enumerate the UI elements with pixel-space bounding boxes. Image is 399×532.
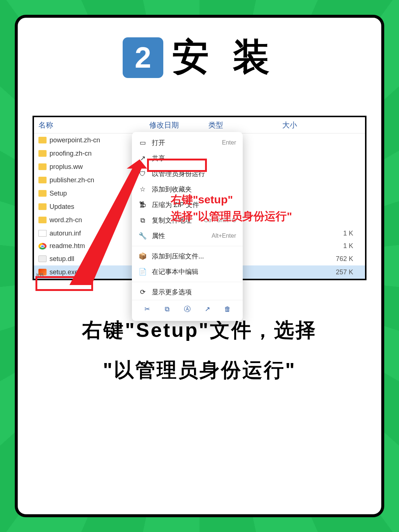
file-size: 257 K xyxy=(227,268,361,276)
context-menu-label: 添加到压缩文件... xyxy=(152,252,204,261)
context-menu-label: 属性 xyxy=(152,231,165,240)
context-menu-label: 显示更多选项 xyxy=(152,288,192,297)
folder-icon xyxy=(38,163,47,170)
rename-icon[interactable]: Ⓐ xyxy=(182,304,192,314)
footer-line2: "以管理员身份运行" xyxy=(29,350,370,390)
cut-icon[interactable]: ✂ xyxy=(142,304,152,314)
share2-icon[interactable]: ↗ xyxy=(202,304,212,314)
copypath-icon: ⧉ xyxy=(139,216,147,224)
context-menu-open[interactable]: ▭打开Enter xyxy=(132,135,243,150)
zip-icon: 🗜 xyxy=(139,201,147,209)
highlight-box-setup xyxy=(35,276,93,291)
annotation-line2: 选择"以管理员身份运行" xyxy=(171,208,292,224)
props-icon: 🔧 xyxy=(139,232,147,240)
file-size: 1 K xyxy=(227,242,361,250)
file-size: 762 K xyxy=(227,255,361,263)
annotation-text: 右键"setup" 选择"以管理员身份运行" xyxy=(171,191,292,224)
file-size: 1 K xyxy=(227,230,361,237)
context-menu-shortcut: Enter xyxy=(222,139,236,146)
more-icon: ⟳ xyxy=(139,288,147,296)
open-icon: ▭ xyxy=(139,139,147,147)
column-header-type[interactable]: 类型 xyxy=(208,120,282,130)
folder-icon xyxy=(38,177,47,183)
admin-icon: 🛡 xyxy=(139,170,147,178)
delete-icon[interactable]: 🗑 xyxy=(222,304,233,314)
context-menu-bottom-bar: ✂⧉Ⓐ↗🗑 xyxy=(132,300,243,318)
column-header-date[interactable]: 修改日期 xyxy=(149,120,208,130)
context-menu-separator xyxy=(132,282,243,282)
context-menu-label: 打开 xyxy=(152,138,165,147)
archive-icon: 📦 xyxy=(139,252,147,260)
title-row: 2 安 装 xyxy=(29,33,370,82)
column-header-row: 名称 修改日期 类型 大小 xyxy=(34,117,365,133)
dll-icon xyxy=(38,255,47,262)
folder-icon xyxy=(38,137,47,143)
folder-icon xyxy=(38,217,47,223)
context-menu-separator xyxy=(132,246,243,246)
title-text: 安 装 xyxy=(172,33,276,82)
folder-icon xyxy=(38,190,47,197)
step-number-badge: 2 xyxy=(123,37,163,78)
instruction-card: 2 安 装 名称 修改日期 类型 大小 powerpoint.zh-cn文件夹p… xyxy=(15,15,384,517)
context-menu-props[interactable]: 🔧属性Alt+Enter xyxy=(132,228,243,244)
annotation-line1: 右键"setup" xyxy=(171,191,292,208)
column-header-name[interactable]: 名称 xyxy=(38,120,149,130)
context-menu-more[interactable]: ⟳显示更多选项 xyxy=(132,284,243,300)
folder-icon xyxy=(38,150,47,157)
file-explorer-window: 名称 修改日期 类型 大小 powerpoint.zh-cn文件夹proofin… xyxy=(33,116,366,280)
context-menu-notepad[interactable]: 📄在记事本中编辑 xyxy=(132,264,243,279)
context-menu-archive[interactable]: 📦添加到压缩文件... xyxy=(132,248,243,264)
chrome-icon xyxy=(38,243,47,250)
share-icon: ↗ xyxy=(139,154,147,162)
context-menu-shortcut: Alt+Enter xyxy=(212,233,236,239)
context-menu-label: 在记事本中编辑 xyxy=(152,267,198,276)
inf-icon xyxy=(38,230,47,237)
copy-icon[interactable]: ⧉ xyxy=(162,304,173,314)
notepad-icon: 📄 xyxy=(139,268,147,276)
folder-icon xyxy=(38,203,47,210)
column-header-size[interactable]: 大小 xyxy=(282,120,361,130)
footer-instruction: 右键"Setup"文件，选择 "以管理员身份运行" xyxy=(29,310,370,390)
star-icon: ☆ xyxy=(139,185,147,193)
highlight-box-admin xyxy=(147,159,207,172)
